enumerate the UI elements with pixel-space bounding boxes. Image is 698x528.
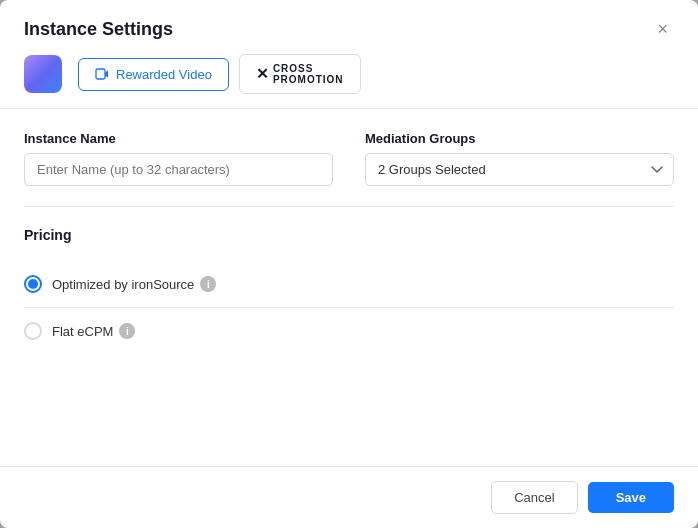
form-row: Instance Name Mediation Groups 2 Groups … <box>24 131 674 186</box>
cross-x-icon: ✕ <box>256 65 269 83</box>
radio-option-flat-ecpm[interactable]: Flat eCPM i <box>24 308 674 354</box>
pricing-options: Optimized by ironSource i Flat eCPM i <box>24 261 674 354</box>
pricing-section: Pricing Optimized by ironSource i <box>24 227 674 354</box>
tab-rewarded-video[interactable]: Rewarded Video <box>78 58 229 91</box>
instance-name-input[interactable] <box>24 153 333 186</box>
radio-flat-ecpm-circle <box>24 322 42 340</box>
video-icon <box>95 67 109 81</box>
modal-overlay: Instance Settings × Rewarded Video ✕ <box>0 0 698 528</box>
cross-promotion-text: CROSS PROMOTION <box>273 63 344 85</box>
modal-title: Instance Settings <box>24 19 173 40</box>
mediation-groups-select[interactable]: 2 Groups Selected <box>365 153 674 186</box>
save-button[interactable]: Save <box>588 482 674 513</box>
pricing-title: Pricing <box>24 227 674 243</box>
modal-footer: Cancel Save <box>0 466 698 528</box>
radio-flat-ecpm-label: Flat eCPM i <box>52 323 135 339</box>
flat-ecpm-info-icon[interactable]: i <box>119 323 135 339</box>
close-button[interactable]: × <box>651 18 674 40</box>
mediation-groups-group: Mediation Groups 2 Groups Selected <box>365 131 674 186</box>
instance-settings-modal: Instance Settings × Rewarded Video ✕ <box>0 0 698 528</box>
instance-name-label: Instance Name <box>24 131 333 146</box>
tab-rewarded-video-label: Rewarded Video <box>116 67 212 82</box>
radio-optimized-circle <box>24 275 42 293</box>
radio-optimized-label: Optimized by ironSource i <box>52 276 216 292</box>
radio-option-optimized[interactable]: Optimized by ironSource i <box>24 261 674 308</box>
mediation-groups-label: Mediation Groups <box>365 131 674 146</box>
instance-name-group: Instance Name <box>24 131 333 186</box>
modal-header: Instance Settings × <box>0 0 698 54</box>
modal-body: Instance Name Mediation Groups 2 Groups … <box>0 109 698 410</box>
app-icon <box>24 55 62 93</box>
optimized-info-icon[interactable]: i <box>200 276 216 292</box>
svg-rect-0 <box>96 69 105 79</box>
tabs-row: Rewarded Video ✕ CROSS PROMOTION <box>0 54 698 109</box>
cancel-button[interactable]: Cancel <box>491 481 577 514</box>
form-divider <box>24 206 674 207</box>
tab-cross-promotion[interactable]: ✕ CROSS PROMOTION <box>239 54 361 94</box>
cross-promotion-logo: ✕ CROSS PROMOTION <box>256 63 344 85</box>
